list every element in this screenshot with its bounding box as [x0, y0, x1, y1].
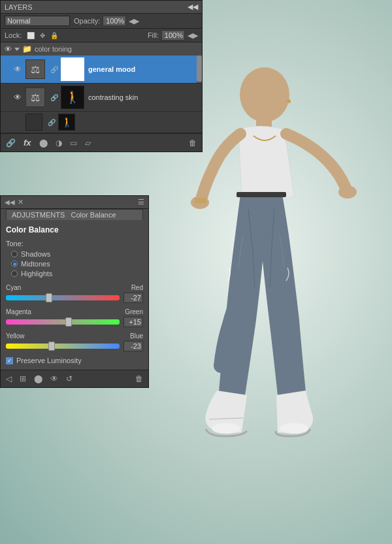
svg-rect-4 [237, 192, 286, 197]
yellow-blue-slider-row: Yellow Blue [6, 332, 143, 351]
eye-icon[interactable]: 👁 [49, 373, 59, 385]
opacity-label: Opacity: [74, 17, 100, 25]
adj-title-text: ADJUSTMENTS [12, 211, 65, 219]
link-layers-icon[interactable]: 🔗 [5, 137, 17, 149]
yellow-blue-track-container [6, 341, 143, 351]
layer-item[interactable]: 👁 ⚖ 🔗 general mood [1, 56, 202, 84]
cyan-red-track-container [6, 293, 143, 303]
yellow-blue-labels: Yellow Blue [6, 332, 143, 340]
adj-tab-label: Color Balance [71, 211, 116, 219]
layers-panel-collapse-icon[interactable]: ◀◀ [188, 3, 198, 11]
magenta-label: Magenta [6, 308, 31, 315]
delete-layer-icon[interactable]: 🗑 [188, 137, 198, 149]
opacity-row: Opacity: ◀▶ [74, 16, 139, 26]
svg-point-2 [338, 185, 357, 199]
opacity-input[interactable] [103, 16, 126, 26]
layer-group-header[interactable]: 👁 📁 color toning [1, 42, 202, 56]
svg-point-0 [240, 67, 289, 122]
magenta-green-labels: Magenta Green [6, 308, 143, 315]
layers-content: 👁 📁 color toning 👁 ⚖ 🔗 general mood 👁 ⚖ … [1, 42, 202, 133]
tone-label: Tone: [6, 240, 24, 248]
layers-footer: 🔗 fx ⬤ ◑ ▭ ▱ 🗑 [1, 133, 202, 152]
panel-menu-icon[interactable]: ☰ [138, 198, 144, 206]
titlebar-arrows-icon[interactable]: ◀◀ [5, 199, 15, 206]
layer-name: general mood [88, 65, 135, 73]
new-group-icon[interactable]: ▭ [69, 137, 78, 149]
magenta-green-slider-row: Magenta Green [6, 308, 143, 327]
cyan-red-labels: Cyan Red [6, 284, 143, 291]
layer-thumb-sm: 🚶 [58, 114, 75, 131]
shadows-radio[interactable] [11, 251, 18, 257]
panel-scrollbar[interactable] [197, 56, 202, 83]
shadows-label: Shadows [21, 250, 50, 258]
grid-icon[interactable]: ⊞ [18, 373, 27, 385]
layers-panel-title-text: LAYERS [5, 3, 33, 11]
layer-eye-icon[interactable]: 👁 [12, 64, 23, 74]
group-name: color toning [35, 45, 72, 53]
layer-chain-icon: 🔗 [50, 94, 58, 101]
cyan-red-track[interactable] [6, 295, 120, 300]
circle-icon[interactable]: ⬤ [33, 373, 44, 385]
cyan-label: Cyan [6, 284, 21, 291]
yellow-blue-track[interactable] [6, 344, 120, 349]
preserve-label: Preserve Luminosity [16, 357, 82, 364]
magenta-green-track-container [6, 317, 143, 327]
layer-thumb-small [25, 114, 42, 131]
layer-adjustment-icon2: ⚖ [25, 88, 45, 107]
shadows-option[interactable]: Shadows [11, 250, 143, 258]
highlights-label: Highlights [21, 270, 52, 278]
highlights-option[interactable]: Highlights [11, 270, 143, 278]
tone-row: Tone: [6, 240, 143, 248]
yellow-blue-thumb[interactable] [48, 342, 55, 351]
blend-mode-select[interactable]: Normal Multiply Screen [5, 16, 70, 26]
cyan-red-value[interactable] [123, 293, 143, 303]
midtones-radio[interactable] [11, 261, 18, 267]
new-layer-icon[interactable]: ▱ [84, 137, 92, 149]
titlebar-left-icons: ◀◀ ✕ [5, 198, 24, 206]
adj-tabs: ADJUSTMENTS Color Balance [1, 209, 148, 220]
adjustment-icon[interactable]: ◑ [54, 137, 63, 149]
magenta-green-thumb[interactable] [65, 317, 72, 327]
back-arrow-icon[interactable]: ◁ [5, 373, 13, 385]
cyan-red-thumb[interactable] [46, 293, 52, 302]
close-button[interactable]: ✕ [18, 198, 24, 206]
refresh-icon[interactable]: ↺ [65, 373, 74, 385]
delete-icon[interactable]: 🗑 [134, 373, 144, 385]
layer-chain-icon: 🔗 [50, 66, 58, 73]
yellow-blue-value[interactable] [123, 341, 143, 351]
cyan-red-slider-row: Cyan Red [6, 284, 143, 303]
group-eye-icon[interactable]: 👁 [5, 45, 12, 53]
group-icon: 📁 [22, 44, 32, 54]
magenta-green-value[interactable] [123, 317, 143, 327]
lock-position-icon[interactable]: ✥ [40, 32, 45, 39]
layer-thumb [61, 57, 84, 81]
highlights-radio[interactable] [11, 270, 18, 277]
preserve-luminosity-row[interactable]: Preserve Luminosity [6, 357, 143, 364]
scrollbar-thumb[interactable] [197, 56, 202, 82]
add-mask-icon[interactable]: ⬤ [38, 137, 49, 149]
fx-icon[interactable]: fx [22, 136, 33, 149]
blue-label: Blue [130, 332, 143, 340]
group-expand-icon[interactable] [14, 48, 20, 51]
yellow-label: Yellow [6, 332, 25, 340]
preserve-checkbox[interactable] [6, 357, 13, 364]
lock-label: Lock: [5, 31, 22, 39]
lock-pixels-icon[interactable]: ⬜ [27, 32, 35, 39]
layer-eye-icon[interactable]: 👁 [12, 92, 23, 103]
svg-point-8 [280, 423, 308, 434]
lock-all-icon[interactable]: 🔒 [50, 32, 58, 39]
layers-panel-titlebar: LAYERS ◀◀ [1, 1, 202, 14]
adjustments-panel: ◀◀ ✕ ☰ ADJUSTMENTS Color Balance Color B… [0, 195, 149, 388]
red-label: Red [131, 284, 143, 291]
color-balance-tab[interactable]: ADJUSTMENTS Color Balance [6, 209, 143, 220]
layer-adjustment-icon: ⚖ [25, 59, 45, 79]
layer-item[interactable]: 👁 🔗 🚶 [1, 112, 202, 133]
layers-toolbar-row2: Lock: ⬜ ✥ 🔒 Fill: ◀▶ [1, 29, 202, 42]
midtones-option[interactable]: Midtones [11, 260, 143, 268]
fill-stepper[interactable]: ◀▶ [188, 31, 198, 40]
magenta-green-track[interactable] [6, 319, 120, 325]
fill-input[interactable] [161, 30, 185, 40]
adjustments-content: Color Balance Tone: Shadows Midtones Hig… [1, 220, 148, 370]
opacity-stepper[interactable]: ◀▶ [129, 17, 139, 25]
layer-item[interactable]: 👁 ⚖ 🔗 🚶 contrasting skin [1, 84, 202, 112]
